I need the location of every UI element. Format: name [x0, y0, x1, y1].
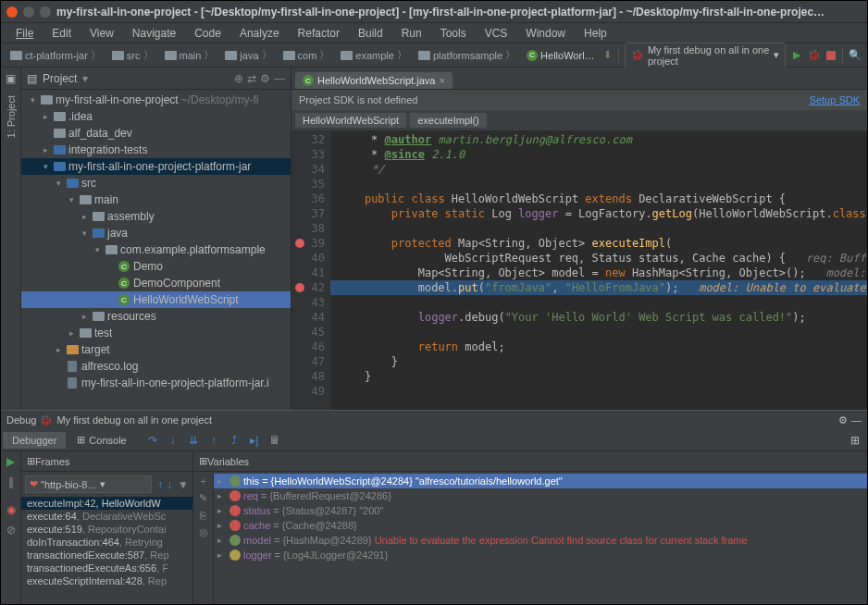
pause-button[interactable]: ‖ [8, 475, 14, 488]
thread-selector[interactable]: ❤ "http-bio-8… ▾ [25, 475, 152, 493]
debug-button[interactable] [808, 49, 821, 62]
step-out-icon[interactable]: ↑ [206, 433, 221, 448]
resume-button[interactable]: ▶ [6, 455, 15, 468]
tree-node[interactable]: CHelloWorldWebScript [21, 291, 291, 308]
breadcrumb[interactable]: java〉 [221, 47, 275, 63]
mute-breakpoints-button[interactable]: ⊘ [6, 524, 16, 537]
tab-debugger[interactable]: Debugger [3, 432, 66, 449]
setup-sdk-link[interactable]: Setup SDK [810, 94, 860, 105]
menu-tools[interactable]: Tools [433, 25, 474, 42]
tab-console[interactable]: ⊞Console [68, 431, 135, 449]
tree-node[interactable]: my-first-all-in-one-project-platform-jar… [21, 375, 291, 391]
menu-help[interactable]: Help [577, 25, 614, 42]
build-icon[interactable]: ⬇ [602, 49, 613, 62]
menu-build[interactable]: Build [351, 25, 391, 42]
breadcrumb[interactable]: CHelloWorl… [523, 49, 598, 62]
tree-node[interactable]: ▸.idea [21, 108, 291, 125]
search-icon[interactable]: 🔍 [849, 49, 862, 62]
run-button[interactable]: ▶ [791, 49, 801, 62]
tree-node[interactable]: ▾com.example.platformsample [21, 241, 291, 258]
class-breadcrumb[interactable]: HelloWorldWebScript [295, 113, 406, 128]
menu-navigate[interactable]: Navigate [125, 25, 183, 42]
step-into-icon[interactable]: ↓ [166, 433, 180, 448]
breadcrumb[interactable]: platformsample〉 [415, 47, 519, 63]
tree-node[interactable]: ▾java [21, 225, 291, 241]
stack-frame[interactable]: executeScriptInternal:428, Rep [21, 574, 192, 587]
hide-icon[interactable]: — [851, 414, 862, 426]
variable-row[interactable]: ▸ cache = {Cache@24288} [214, 518, 867, 533]
copy-icon[interactable]: ⎘ [200, 510, 206, 521]
code-editor[interactable]: 323334353637383940414243444546474849 * @… [291, 130, 867, 410]
tree-node[interactable]: ▾my-first-all-in-one-project ~/Desktop/m… [21, 92, 291, 108]
tree-node[interactable]: ▸resources [21, 308, 291, 325]
stack-frame[interactable]: doInTransaction:464, Retrying [21, 536, 192, 549]
menu-refactor[interactable]: Refactor [291, 25, 347, 42]
gear-icon[interactable]: ⚙ [838, 414, 848, 426]
menu-run[interactable]: Run [394, 25, 429, 42]
tree-node[interactable]: ▾my-first-all-in-one-project-platform-ja… [21, 158, 291, 175]
variable-row[interactable]: ▸ model = {HashMap@24289} Unable to eval… [214, 533, 867, 548]
menu-code[interactable]: Code [187, 25, 229, 42]
editor-tab[interactable]: C HelloWorldWebScript.java × [295, 72, 453, 89]
breadcrumb[interactable]: ct-platform-jar〉 [6, 47, 105, 63]
run-configuration-combo[interactable]: My first debug on all in one project ▾ [625, 43, 786, 68]
menu-edit[interactable]: Edit [44, 25, 79, 42]
variable-row[interactable]: ▸ req = {BufferedRequest@24286} [214, 488, 867, 503]
show-icon[interactable]: ◎ [199, 526, 208, 538]
tree-node[interactable]: alfresco.log [21, 358, 291, 375]
tree-node[interactable]: ▸test [21, 325, 291, 341]
breadcrumb[interactable]: com〉 [279, 47, 334, 63]
evaluate-icon[interactable]: 🖩 [267, 433, 282, 448]
breadcrumb[interactable]: src〉 [108, 47, 157, 63]
tree-node[interactable]: ▾src [21, 175, 291, 191]
breakpoint-icon[interactable] [295, 239, 304, 248]
stack-frame[interactable]: execute:64, DeclarativeWebSc [21, 510, 192, 523]
tree-node[interactable]: CDemo [21, 258, 291, 275]
window-close-icon[interactable] [6, 6, 18, 18]
stack-frame[interactable]: execute:519, RepositoryContai [21, 523, 192, 536]
add-watch-icon[interactable]: + [200, 475, 205, 487]
scroll-to-icon[interactable]: ⇄ [247, 72, 256, 85]
stack-frame[interactable]: executeImpl:42, HelloWorldW [21, 497, 192, 510]
menu-vcs[interactable]: VCS [477, 25, 515, 42]
step-over-icon[interactable]: ↷ [145, 433, 160, 448]
tree-node[interactable]: ▸integration-tests [21, 142, 291, 158]
variable-row[interactable]: ▸ this = {HelloWorldWebScript@24284} "al… [214, 474, 867, 488]
window-maximize-icon[interactable] [40, 6, 51, 18]
stop-button[interactable] [826, 49, 837, 62]
tree-node[interactable]: ▸assembly [21, 208, 291, 225]
variable-row[interactable]: ▸ status = {Status@24287} "200" [214, 503, 867, 518]
stack-frame[interactable]: transactionedExecute:587, Rep [21, 549, 192, 562]
tree-node[interactable]: alf_data_dev [21, 125, 291, 142]
drop-frame-icon[interactable]: ⤴ [227, 433, 242, 448]
tree-node[interactable]: ▾main [21, 191, 291, 208]
breadcrumb[interactable]: example〉 [337, 47, 411, 63]
project-tool-label[interactable]: 1: Project [6, 92, 17, 142]
hide-icon[interactable]: — [274, 72, 285, 85]
tree-node[interactable]: CDemoComponent [21, 275, 291, 291]
new-watch-icon[interactable]: ✎ [199, 492, 207, 504]
menu-window[interactable]: Window [518, 25, 573, 42]
prev-frame-icon[interactable]: ↑ [155, 478, 165, 491]
close-icon[interactable]: × [439, 75, 444, 86]
variable-list[interactable]: ▸ this = {HelloWorldWebScript@24284} "al… [214, 474, 867, 605]
layout-icon[interactable]: ⊞ [850, 434, 860, 447]
project-tree[interactable]: ▾my-first-all-in-one-project ~/Desktop/m… [21, 90, 291, 410]
collapse-icon[interactable]: ⊕ [234, 72, 243, 85]
menu-analyze[interactable]: Analyze [232, 25, 287, 42]
editor-gutter[interactable]: 323334353637383940414243444546474849 [291, 130, 330, 410]
menu-file[interactable]: File [8, 25, 41, 42]
variable-row[interactable]: ▸ logger = {Log4JLogger@24291} [214, 548, 867, 562]
next-frame-icon[interactable]: ↓ [165, 478, 174, 491]
frame-list[interactable]: executeImpl:42, HelloWorldWexecute:64, D… [21, 497, 192, 605]
breakpoints-button[interactable]: ◉ [6, 503, 16, 516]
force-step-into-icon[interactable]: ⇊ [186, 433, 201, 448]
menu-view[interactable]: View [82, 25, 121, 42]
filter-icon[interactable]: ▼ [174, 478, 192, 491]
project-tool-icon[interactable]: ▣ [4, 71, 19, 86]
method-breadcrumb[interactable]: executeImpl() [410, 113, 487, 128]
window-minimize-icon[interactable] [23, 6, 34, 18]
run-to-cursor-icon[interactable]: ▸| [247, 433, 262, 448]
gear-icon[interactable]: ⚙ [260, 72, 270, 85]
stack-frame[interactable]: transactionedExecuteAs:656, F [21, 562, 192, 574]
